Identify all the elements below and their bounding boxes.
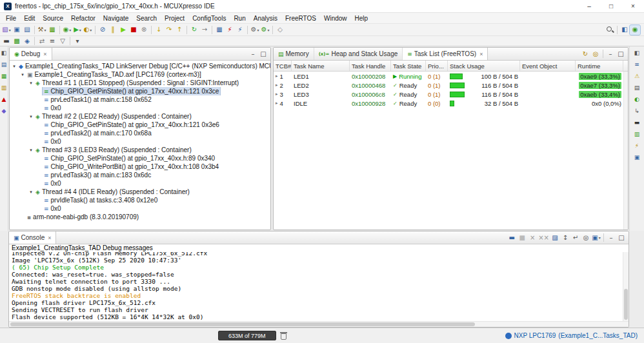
expander-open-icon[interactable]: ▾ [11, 64, 17, 69]
menu-configtools[interactable]: ConfigTools [188, 14, 230, 23]
step-return-icon[interactable]: ↑ [174, 25, 185, 35]
faults-icon[interactable]: ▲ [0, 95, 8, 104]
open-console-icon[interactable]: ▣▾ [591, 233, 601, 242]
run-garbage-collector-icon[interactable] [280, 331, 287, 340]
quick-settings-icon[interactable]: ⚙▾ [260, 25, 270, 35]
save-all-icon[interactable]: ▤ [22, 25, 32, 35]
debug-tree-item[interactable]: ≡0x0 [10, 179, 270, 188]
debug-tree-item[interactable]: ▾▣Example1_CreatingTasks_TAD.axf [LPC176… [10, 70, 270, 79]
debug-tree-item[interactable]: ≡Chip_GPIO_GetPinState() at gpio_17xx_40… [10, 87, 270, 95]
restore-views-icon[interactable]: ◧ [0, 49, 8, 57]
column-header-runtime[interactable]: Runtime [576, 61, 623, 71]
task-row[interactable]: ▸1LED10x10000208▶Running0 (1)100 B / 504… [274, 72, 628, 81]
symbol-viewer-icon[interactable]: ◆ [0, 107, 8, 115]
task-row[interactable]: ▸2LED20x10000468✓Ready0 (1)116 B / 504 B… [274, 81, 628, 90]
menu-refactor[interactable]: Refactor [67, 14, 99, 23]
word-wrap-icon[interactable]: ↵ [570, 233, 581, 242]
tab-close-icon[interactable]: × [43, 51, 46, 57]
step-over-icon[interactable]: ↷ [164, 25, 174, 35]
menu-run[interactable]: Run [230, 14, 249, 23]
filters-icon[interactable]: ▽ [57, 36, 68, 46]
expander-open-icon[interactable]: ▾ [28, 190, 34, 195]
registers-icon[interactable]: ▥ [0, 84, 8, 92]
menu-project[interactable]: Project [161, 14, 188, 23]
collapse-all-icon[interactable]: ≡ [47, 36, 57, 46]
menu-navigate[interactable]: Navigate [99, 14, 132, 23]
call-hierarchy-icon[interactable]: ↳ [633, 107, 641, 115]
scroll-lock-icon[interactable]: ↕ [560, 233, 570, 242]
debug-perspective-icon[interactable]: ◉ [630, 25, 640, 35]
disconnect-icon[interactable]: ⊗ [139, 25, 149, 35]
console-vertical-scrollbar[interactable] [623, 252, 629, 321]
save-icon[interactable]: ▣ [12, 25, 22, 35]
remove-launch-icon[interactable]: × [527, 233, 538, 242]
menu-freertos[interactable]: FreeRTOS [281, 14, 320, 23]
menu-file[interactable]: File [2, 14, 20, 23]
debug-tree-item[interactable]: ≡0x0 [10, 104, 270, 112]
flash-programmer-icon[interactable]: ⚡ [225, 25, 235, 35]
debug-tree-item[interactable]: ≡Chip_GPIO_GetPinState() at gpio_17xx_40… [10, 121, 270, 129]
debug-tree-item[interactable]: ▾◈Thread #2 2 (LED2 Ready) (Suspended : … [10, 112, 270, 121]
tab-memory[interactable]: ▤Memory [274, 48, 314, 60]
terminal-view-icon[interactable]: ▬ [633, 119, 641, 127]
problems-icon[interactable]: ⚠ [633, 72, 641, 81]
skip-breakpoints-icon[interactable]: ⊘ [97, 25, 108, 35]
run-icon[interactable]: ▶▾ [72, 25, 83, 35]
debug-tree-item[interactable]: ≡0x0 [10, 137, 270, 146]
expander-open-icon[interactable]: ▾ [28, 148, 34, 153]
column-header-handle[interactable]: Task Handle [350, 61, 391, 71]
debugger-console-icon[interactable]: ▣ [633, 153, 641, 162]
tab-console[interactable]: ▣Console× [9, 231, 56, 244]
console-vertical-scrollbar-thumb[interactable] [624, 289, 628, 320]
gui-flash-tool-icon[interactable]: ⚡ [235, 25, 245, 35]
task-row[interactable]: ▸3LED30x100006c8✓Ready0 (1)116 B / 504 B… [274, 90, 628, 99]
minimize-view-icon[interactable]: – [248, 49, 258, 59]
debug-tree-item[interactable]: ≡0x0 [10, 204, 270, 213]
open-element-icon[interactable]: ◇ [275, 25, 285, 35]
column-header-name[interactable]: Task Name [292, 61, 350, 71]
clear-console-icon[interactable]: ▨ [550, 233, 560, 242]
power-measurement-icon[interactable]: ⚡ [633, 142, 641, 150]
heap-status-widget[interactable]: 633M of 779M [218, 331, 276, 340]
minimize-view-icon[interactable]: – [605, 49, 616, 59]
debug-tree-item[interactable]: ≡prvLedTask2() at main.c:170 0x68a [10, 129, 270, 137]
console-horizontal-scrollbar-thumb[interactable] [10, 322, 475, 326]
column-header-stack[interactable]: Stack Usage [448, 61, 520, 71]
peripherals-icon[interactable]: ▦ [0, 72, 8, 81]
develop-perspective-icon[interactable]: ◧ [619, 25, 630, 35]
column-header-tcb[interactable]: TCB# [274, 61, 292, 71]
console-output[interactable]: Inspected v.2 On-chip Flash Memory LPC17… [12, 252, 622, 321]
debug-tree-item[interactable]: ▾◈Thread #3 3 (LED3 Ready) (Suspended : … [10, 146, 270, 154]
terminate-icon[interactable]: ■ [128, 25, 139, 35]
display-selected-console-icon[interactable]: ▬ [507, 233, 517, 242]
build-icon[interactable]: ⚒▾ [37, 25, 47, 35]
remove-all-launches-icon[interactable]: ×× [538, 233, 550, 242]
memory-view-icon[interactable]: ▦ [214, 25, 225, 35]
menu-search[interactable]: Search [132, 14, 161, 23]
minimize-window-button[interactable]: – [578, 0, 600, 12]
expander-open-icon[interactable]: ▾ [19, 72, 26, 77]
device-link[interactable]: NXP LPC1769 [514, 332, 556, 339]
stack-usage-icon[interactable]: ▥ [633, 130, 641, 139]
console-horizontal-scrollbar[interactable] [9, 321, 629, 327]
refresh-tasks-icon[interactable]: ↻ [580, 49, 590, 59]
restart-icon[interactable]: ↻ [189, 25, 199, 35]
restore-views-icon[interactable]: ◧ [633, 49, 641, 57]
tab-heap-and-stack-usage[interactable]: (x)=Heap and Stack Usage [314, 48, 403, 60]
properties-icon[interactable]: ▤ [633, 84, 641, 92]
pin-view-icon[interactable]: ◎ [590, 49, 601, 59]
debug-tree-item[interactable]: ▪arm-none-eabi-gdb (8.3.0.20190709) [10, 213, 270, 221]
link-with-editor-icon[interactable]: ⇄ [37, 36, 47, 46]
maximize-window-button[interactable]: □ [600, 0, 622, 12]
suspend-icon[interactable]: ‖ [108, 25, 118, 35]
step-into-icon[interactable]: ↓ [154, 25, 164, 35]
tab-task-list-freertos[interactable]: ≡Task List (FreeRTOS)× [403, 48, 488, 60]
resume-icon[interactable]: ▶ [118, 25, 128, 35]
welcome-icon[interactable]: ◈ [22, 36, 32, 46]
pin-console-icon[interactable]: ◎ [581, 233, 591, 242]
new-wizard-icon[interactable]: ▧▾ [1, 25, 12, 35]
task-table-scrollbar[interactable] [623, 72, 628, 230]
maximize-view-icon[interactable]: □ [616, 49, 626, 59]
debug-tree-item[interactable]: ≡prvLedTask1() at main.c:158 0x652 [10, 95, 270, 104]
sdk-manager-icon[interactable]: ▩ [12, 36, 22, 46]
